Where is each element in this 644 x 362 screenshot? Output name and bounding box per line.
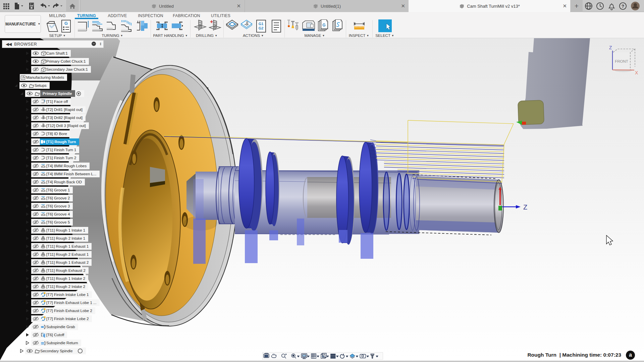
svg-text:X: X [635,70,638,75]
svg-text:Z: Z [609,45,612,50]
svg-text:FRONT: FRONT [615,59,628,63]
svg-text:G: G [322,23,325,27]
svg-text:G: G [64,21,68,26]
svg-text:G1: G1 [259,22,264,26]
svg-text:G2: G2 [259,26,264,30]
svg-text:Z: Z [523,203,527,211]
svg-text:+: + [210,19,213,24]
svg-text:?: ? [622,4,624,9]
